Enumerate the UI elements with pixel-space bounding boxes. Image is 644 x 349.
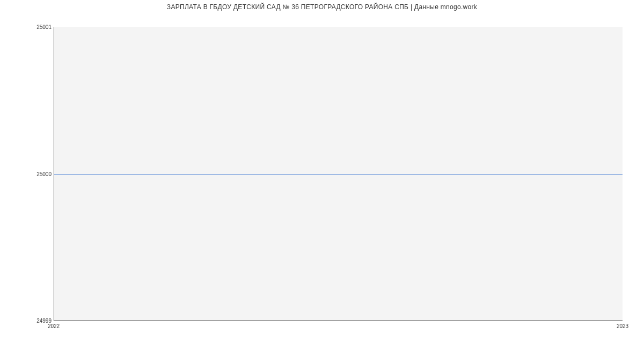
y-tick-label: 24999 (25, 318, 52, 324)
y-tick-label: 25000 (25, 171, 52, 177)
chart-container: ЗАРПЛАТА В ГБДОУ ДЕТСКИЙ САД № 36 ПЕТРОГ… (0, 0, 644, 349)
data-line (54, 174, 623, 174)
plot-area (54, 27, 623, 321)
x-tick-label: 2023 (617, 323, 628, 329)
x-tick-label: 2022 (48, 323, 60, 329)
y-tick-label: 25001 (25, 24, 52, 30)
chart-title: ЗАРПЛАТА В ГБДОУ ДЕТСКИЙ САД № 36 ПЕТРОГ… (0, 3, 644, 11)
